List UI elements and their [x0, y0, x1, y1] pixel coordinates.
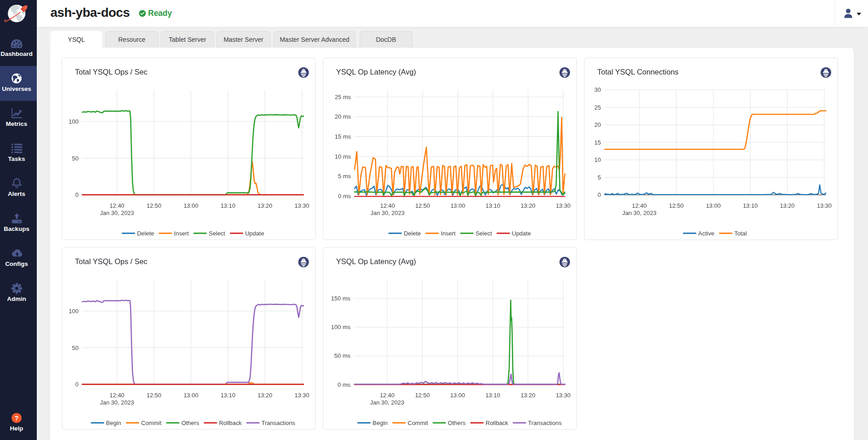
svg-text:15: 15: [595, 139, 601, 146]
svg-text:Insert: Insert: [441, 230, 456, 237]
svg-text:13:00: 13:00: [706, 202, 721, 209]
svg-text:Begin: Begin: [106, 420, 121, 426]
svg-text:13:30: 13:30: [295, 202, 310, 209]
svg-text:150 ms: 150 ms: [331, 295, 351, 302]
svg-text:15 ms: 15 ms: [335, 133, 351, 140]
svg-text:10 ms: 10 ms: [335, 153, 351, 160]
svg-text:?: ?: [15, 414, 19, 421]
svg-text:13:00: 13:00: [184, 202, 199, 209]
svg-text:25: 25: [595, 104, 601, 111]
svg-text:Others: Others: [448, 420, 466, 426]
svg-text:13:10: 13:10: [486, 392, 501, 399]
svg-text:Delete: Delete: [137, 230, 154, 237]
svg-text:12:40: 12:40: [380, 392, 395, 399]
svg-text:13:00: 13:00: [451, 392, 466, 399]
svg-text:13:00: 13:00: [184, 392, 199, 399]
svg-text:12:40: 12:40: [110, 202, 125, 209]
svg-text:13:20: 13:20: [521, 202, 536, 209]
svg-text:Jan 30, 2023: Jan 30, 2023: [100, 399, 134, 406]
svg-text:Total YSQL Connections: Total YSQL Connections: [597, 68, 679, 76]
svg-text:13:20: 13:20: [780, 202, 795, 209]
svg-text:30: 30: [595, 86, 601, 93]
svg-text:Insert: Insert: [174, 230, 189, 237]
svg-text:0 ms: 0 ms: [338, 193, 352, 200]
svg-text:Commit: Commit: [141, 420, 162, 426]
svg-text:13:20: 13:20: [258, 392, 273, 399]
svg-text:12:50: 12:50: [415, 392, 430, 399]
svg-text:50: 50: [72, 345, 79, 351]
svg-text:Jan 30, 2023: Jan 30, 2023: [100, 210, 134, 216]
svg-text:50 ms: 50 ms: [334, 353, 351, 360]
svg-text:12:40: 12:40: [632, 202, 647, 209]
svg-text:100: 100: [69, 118, 79, 125]
svg-text:12:40: 12:40: [110, 392, 125, 399]
svg-text:Jan 30, 2023: Jan 30, 2023: [371, 210, 405, 216]
svg-text:Total YSQL Ops / Sec: Total YSQL Ops / Sec: [75, 257, 148, 265]
svg-text:13:20: 13:20: [258, 202, 273, 209]
svg-text:12:50: 12:50: [416, 202, 431, 209]
svg-text:Select: Select: [209, 230, 226, 237]
svg-text:100: 100: [69, 308, 79, 315]
svg-text:Commit: Commit: [408, 420, 428, 426]
svg-text:0: 0: [598, 191, 601, 198]
svg-text:12:50: 12:50: [147, 392, 162, 399]
svg-text:5: 5: [598, 174, 601, 181]
svg-text:YSQL Op Latency (Avg): YSQL Op Latency (Avg): [336, 257, 416, 265]
svg-text:20: 20: [595, 121, 601, 128]
svg-text:0: 0: [75, 381, 79, 388]
svg-text:50: 50: [72, 155, 79, 162]
svg-text:Jan 30, 2023: Jan 30, 2023: [622, 210, 656, 216]
svg-text:100 ms: 100 ms: [331, 324, 351, 331]
svg-text:Active: Active: [699, 230, 714, 237]
svg-text:13:30: 13:30: [295, 392, 310, 399]
svg-text:13:10: 13:10: [486, 202, 501, 209]
svg-text:Rollback: Rollback: [219, 420, 242, 426]
svg-text:Begin: Begin: [373, 420, 388, 426]
svg-text:13:00: 13:00: [451, 202, 466, 209]
svg-text:0: 0: [75, 191, 79, 198]
svg-text:Select: Select: [476, 230, 492, 237]
svg-text:Delete: Delete: [404, 230, 421, 237]
svg-text:13:30: 13:30: [556, 202, 571, 209]
svg-text:13:10: 13:10: [743, 202, 758, 209]
svg-text:Transactions: Transactions: [262, 420, 295, 426]
svg-text:0 ms: 0 ms: [338, 381, 351, 388]
svg-text:13:20: 13:20: [521, 392, 536, 399]
svg-text:5 ms: 5 ms: [338, 173, 352, 180]
svg-text:Others: Others: [182, 420, 200, 426]
svg-text:25 ms: 25 ms: [335, 94, 351, 100]
svg-text:YSQL Op Latency (Avg): YSQL Op Latency (Avg): [336, 68, 416, 76]
svg-text:Transactions: Transactions: [528, 420, 562, 426]
svg-text:Update: Update: [245, 230, 264, 237]
svg-text:13:10: 13:10: [221, 392, 236, 399]
svg-text:Total: Total: [734, 230, 747, 237]
svg-text:13:10: 13:10: [221, 202, 236, 209]
svg-text:13:30: 13:30: [556, 392, 571, 399]
svg-text:13:30: 13:30: [817, 202, 832, 209]
svg-text:Jan 30, 2023: Jan 30, 2023: [370, 399, 404, 406]
svg-text:12:50: 12:50: [669, 202, 684, 209]
svg-text:12:40: 12:40: [380, 202, 395, 209]
svg-text:20 ms: 20 ms: [335, 114, 351, 120]
svg-text:Rollback: Rollback: [486, 420, 508, 426]
svg-text:10: 10: [595, 156, 601, 163]
svg-text:12:50: 12:50: [147, 202, 162, 209]
svg-text:Total YSQL Ops / Sec: Total YSQL Ops / Sec: [75, 68, 148, 76]
svg-text:Update: Update: [512, 230, 531, 237]
